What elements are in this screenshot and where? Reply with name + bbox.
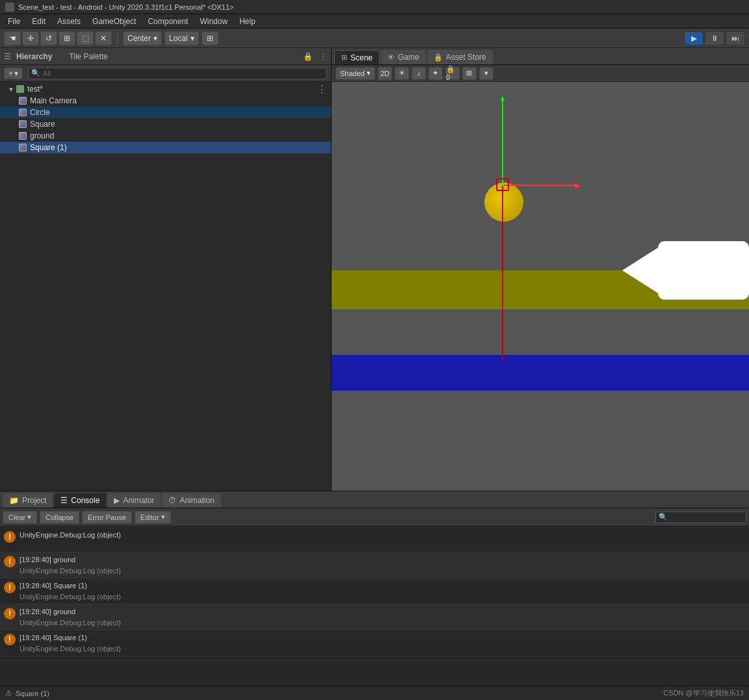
overflow-menu-icon[interactable]: ⋮ (319, 52, 327, 61)
console-line1-4: [19:28:40] Square (1) (20, 632, 745, 643)
status-icon: ⚠ (5, 689, 12, 697)
item-overflow-icon[interactable]: ⋮ (315, 83, 328, 95)
hierarchy-title: Hierarchy (16, 52, 52, 61)
tab-game[interactable]: 👁 Game (381, 50, 426, 64)
menu-gameobject[interactable]: GameObject (87, 16, 141, 27)
console-text-3: [19:28:40] ground UnityEngine.Debug:Log … (20, 606, 745, 628)
hand-tool-btn[interactable]: ☚ (4, 31, 21, 45)
hierarchy-search-box[interactable]: 🔍 All (28, 68, 327, 79)
warn-icon-1: ! (4, 556, 16, 567)
tile-palette-tab[interactable]: Tile Palette (69, 52, 108, 61)
project-tab-label: Project (22, 496, 46, 505)
add-object-button[interactable]: + ▾ (4, 68, 23, 79)
menu-edit[interactable]: Edit (27, 16, 51, 27)
hashtag-icon: ⊞ (341, 53, 347, 62)
eye-icon: 👁 (388, 53, 395, 61)
scene-item-label: test* (27, 84, 43, 94)
rotate-tool-btn[interactable]: ↺ (40, 31, 57, 45)
menu-component[interactable]: Component (142, 16, 193, 27)
cube-icon-camera (18, 96, 27, 105)
editor-label: Editor (140, 513, 159, 521)
scale-tool-btn[interactable]: ⊞ (59, 31, 75, 45)
square1-item-label: Square (1) (30, 143, 67, 152)
hierarchy-item-test[interactable]: ▼ test* ⋮ (0, 83, 331, 95)
menu-window[interactable]: Window (194, 16, 233, 27)
console-entry-1[interactable]: ! [19:28:40] ground UnityEngine.Debug:Lo… (0, 552, 749, 578)
scene-viewport[interactable] (332, 82, 749, 491)
menu-file[interactable]: File (3, 16, 25, 27)
menu-assets[interactable]: Assets (52, 16, 86, 27)
transform-tool-btn[interactable]: ✕ (95, 31, 112, 45)
hidden-count[interactable]: 🔒0 (445, 67, 460, 80)
local-dropdown[interactable]: Local ▾ (164, 31, 199, 45)
2d-toggle[interactable]: 2D (378, 67, 392, 80)
console-line2-1: UnityEngine.Debug:Log (object) (20, 565, 745, 577)
circle-item-label: Circle (30, 108, 50, 117)
hierarchy-item-circle[interactable]: Circle (0, 107, 331, 118)
center-label: Center (127, 34, 151, 43)
scene-tabs: ⊞ Scene 👁 Game 🔒 Asset Store (332, 48, 749, 65)
warn-icon-0: ! (4, 531, 16, 543)
folder-icon: 📁 (9, 496, 19, 505)
console-search-box[interactable]: 🔍 (655, 512, 746, 523)
tab-scene[interactable]: ⊞ Scene (334, 50, 380, 64)
gizmo-btn[interactable]: ⊞ (462, 67, 477, 80)
hierarchy-header: ☰ Hierarchy Tile Palette 🔒 ⋮ (0, 48, 331, 65)
list-icon: ☰ (60, 496, 68, 505)
move-tool-btn[interactable]: ✛ (22, 31, 39, 45)
tab-animator[interactable]: ▶ Animator (107, 493, 161, 508)
status-left: ⚠ Square (1) (5, 689, 49, 697)
menu-help[interactable]: Help (234, 16, 261, 27)
bottom-tabs: 📁 Project ☰ Console ▶ Animator ⏱ Animati… (0, 491, 749, 508)
audio-btn[interactable]: ♪ (412, 67, 426, 80)
hierarchy-panel-icon: ☰ (4, 52, 11, 61)
scene-icon (16, 84, 25, 94)
effects-btn[interactable]: ✦ (428, 67, 443, 80)
center-dropdown[interactable]: Center ▾ (123, 31, 162, 45)
error-pause-button[interactable]: Error Pause (82, 511, 132, 524)
hierarchy-item-camera[interactable]: Main Camera (0, 95, 331, 107)
hierarchy-item-ground[interactable]: ground (0, 130, 331, 142)
grid-btn[interactable]: ⊞ (202, 31, 218, 45)
play-button[interactable]: ▶ (684, 31, 703, 45)
shading-label: Shaded (340, 70, 365, 77)
warn-icon-2: ! (4, 582, 16, 593)
console-entry-4[interactable]: ! [19:28:40] Square (1) UnityEngine.Debu… (0, 630, 749, 656)
clear-button[interactable]: Clear ▾ (3, 511, 37, 524)
hierarchy-item-square1[interactable]: Square (1) (0, 142, 331, 153)
console-entry-2[interactable]: ! [19:28:40] Square (1) UnityEngine.Debu… (0, 578, 749, 604)
collapse-button[interactable]: Collapse (40, 511, 79, 524)
console-entry-0[interactable]: ! UnityEngine.Debug:Log (object) (0, 528, 749, 552)
pause-button[interactable]: ⏸ (705, 31, 724, 45)
expand-arrow-icon: ▼ (8, 86, 14, 93)
hierarchy-panel: ☰ Hierarchy Tile Palette 🔒 ⋮ + ▾ 🔍 All ▼ (0, 48, 332, 491)
tab-animation[interactable]: ⏱ Animation (162, 493, 220, 508)
scene-tab-label: Scene (350, 53, 373, 62)
editor-dropdown-button[interactable]: Editor ▾ (135, 511, 171, 524)
tab-project[interactable]: 📁 Project (3, 493, 53, 508)
main-layout: ☰ Hierarchy Tile Palette 🔒 ⋮ + ▾ 🔍 All ▼ (0, 48, 749, 491)
game-tab-label: Game (398, 53, 419, 62)
shading-dropdown[interactable]: Shaded ▾ (335, 67, 375, 80)
console-entry-3[interactable]: ! [19:28:40] ground UnityEngine.Debug:Lo… (0, 604, 749, 630)
more-btn[interactable]: ▾ (479, 67, 493, 80)
lighting-btn[interactable]: ☀ (395, 67, 409, 80)
clock-icon: ⏱ (168, 496, 176, 505)
editor-chevron-icon: ▾ (161, 513, 165, 521)
tab-asset-store[interactable]: 🔒 Asset Store (427, 50, 493, 64)
lock-icon[interactable]: 🔒 (303, 52, 313, 61)
hierarchy-toolbar: + ▾ 🔍 All (0, 65, 331, 82)
console-text-4: [19:28:40] Square (1) UnityEngine.Debug:… (20, 632, 745, 654)
tab-console[interactable]: ☰ Console (54, 493, 106, 508)
cube-icon-circle (18, 108, 27, 117)
warn-icon-4: ! (4, 634, 16, 645)
error-pause-label: Error Pause (88, 513, 126, 521)
rect-tool-btn[interactable]: ⬚ (77, 31, 94, 45)
console-line2-4: UnityEngine.Debug:Log (object) (20, 643, 745, 655)
hierarchy-item-square[interactable]: Square (0, 118, 331, 130)
console-text-2: [19:28:40] Square (1) UnityEngine.Debug:… (20, 580, 745, 602)
title-bar: Scene_text - test - Android - Unity 2020… (0, 0, 749, 14)
warn-icon-3: ! (4, 608, 16, 619)
cube-icon-square (18, 120, 27, 129)
step-button[interactable]: ⏭ (726, 31, 745, 45)
